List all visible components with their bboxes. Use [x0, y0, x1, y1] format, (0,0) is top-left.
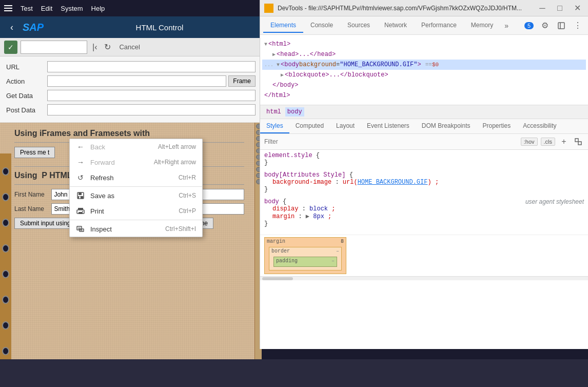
- url-row: URL: [6, 61, 256, 73]
- context-menu-back[interactable]: ← Back Alt+Left arrow: [70, 139, 202, 154]
- menu-system[interactable]: System: [61, 5, 83, 12]
- devtools-breadcrumb: html body: [260, 105, 588, 119]
- add-style-btn[interactable]: +: [558, 136, 570, 147]
- dom-arrow-html[interactable]: ▼: [264, 42, 267, 47]
- dom-line-head[interactable]: ▶ <head>...</head>: [262, 49, 586, 60]
- app-title: HTML Control: [64, 23, 256, 32]
- css-selector-element: element.style {: [264, 152, 584, 159]
- frame-button[interactable]: Frame: [228, 75, 256, 87]
- margin-expand-arrow[interactable]: ▶: [306, 213, 313, 220]
- css-close-body-attr: }: [264, 186, 584, 193]
- section1-title: Using iFrames and Framesets with: [14, 129, 244, 138]
- menu-edit[interactable]: Edit: [41, 5, 52, 12]
- dom-line-body-close[interactable]: </body>: [262, 80, 586, 90]
- styles-tab-styles[interactable]: Styles: [260, 119, 289, 133]
- refresh-btn[interactable]: ↻: [102, 41, 113, 53]
- styles-tab-dom-breakpoints[interactable]: DOM Breakpoints: [416, 119, 477, 133]
- inspect-style-btn[interactable]: [573, 136, 584, 147]
- tab-elements[interactable]: Elements: [263, 18, 303, 33]
- styles-tab-properties[interactable]: Properties: [477, 119, 517, 133]
- more-tabs-btn[interactable]: »: [500, 18, 513, 33]
- tab-console[interactable]: Console: [303, 18, 340, 33]
- devtools-titlebar: DevTools - file:///SAPHTMLPv//htmlviewer…: [260, 0, 588, 16]
- styles-tab-event-listeners[interactable]: Event Listeners: [361, 119, 416, 133]
- press-button[interactable]: Press me t: [14, 147, 55, 158]
- context-menu-divider1: [70, 186, 202, 187]
- more-options-btn[interactable]: ⋮: [571, 18, 585, 33]
- hov-button[interactable]: :hov: [521, 138, 538, 146]
- css-close-body-ua: }: [264, 220, 584, 227]
- devtools-minimize-btn[interactable]: ─: [536, 2, 549, 15]
- dom-dollar-sign: $0: [432, 62, 439, 68]
- devtools-tab-icons: ⚙ ⋮: [538, 18, 585, 33]
- print-icon: [76, 206, 85, 216]
- breadcrumb-body[interactable]: body: [285, 107, 304, 117]
- menu-help[interactable]: Help: [91, 5, 105, 12]
- context-menu-print[interactable]: Print Ctrl+P: [70, 203, 202, 219]
- css-selector-body-ua-row: body { user agent stylesheet: [264, 198, 584, 205]
- styles-tab-layout[interactable]: Layout: [330, 119, 361, 133]
- styles-tab-accessibility[interactable]: Accessibility: [517, 119, 562, 133]
- dom-line-html-close[interactable]: </html>: [262, 90, 586, 101]
- post-data-label: Post Data: [6, 106, 47, 114]
- svg-point-7: [82, 211, 83, 212]
- box-margin: margin 8 border – padding –: [264, 237, 346, 274]
- context-menu-saveas[interactable]: Save as Ctrl+S: [70, 188, 202, 203]
- sap-logo: SAP: [23, 22, 58, 33]
- breadcrumb-html[interactable]: html: [264, 107, 283, 117]
- css-bg-link[interactable]: HOME_BACKGROUND.GIF: [358, 179, 428, 186]
- action-label: Action: [6, 78, 47, 85]
- sap-logo-text: SAP: [23, 22, 44, 33]
- devtools-close-btn[interactable]: ✕: [571, 2, 584, 15]
- inspect-icon: [76, 224, 85, 234]
- css-close-element: }: [264, 159, 584, 166]
- post-data-field[interactable]: [47, 104, 256, 115]
- url-field[interactable]: [47, 61, 256, 72]
- svg-rect-6: [79, 212, 83, 214]
- cls-button[interactable]: .cls: [541, 138, 556, 146]
- filter-input[interactable]: [264, 138, 518, 145]
- tab-performance[interactable]: Performance: [414, 18, 464, 33]
- dom-line-html[interactable]: ▼ <html>: [262, 39, 586, 49]
- tab-network[interactable]: Network: [377, 18, 414, 33]
- action-field[interactable]: [47, 75, 226, 87]
- back-button[interactable]: ‹: [6, 20, 17, 35]
- devtools-maximize-btn[interactable]: □: [553, 2, 566, 15]
- svg-rect-3: [79, 197, 81, 199]
- save-icon: [76, 191, 85, 200]
- devtools-hscroll[interactable]: [260, 276, 588, 280]
- tab-memory[interactable]: Memory: [464, 18, 500, 33]
- dom-line-body[interactable]: ... ▼ <body background = "HOME_BACKGROUN…: [262, 60, 586, 70]
- hamburger-menu[interactable]: [4, 5, 12, 11]
- check-button[interactable]: ✓: [4, 41, 17, 54]
- svg-rect-17: [575, 139, 578, 142]
- styles-tabs: Styles Computed Layout Event Listeners D…: [260, 119, 588, 134]
- dock-btn[interactable]: [554, 18, 569, 33]
- badge-count: 5: [524, 22, 534, 29]
- settings-btn[interactable]: ⚙: [538, 18, 552, 33]
- devtools-title: DevTools - file:///SAPHTMLPv//htmlviewer…: [278, 5, 532, 12]
- get-data-field[interactable]: [47, 90, 256, 101]
- first-btn[interactable]: |‹: [90, 42, 99, 53]
- menu-test[interactable]: Test: [21, 5, 33, 12]
- action-row: Action Frame: [6, 75, 256, 87]
- context-menu-refresh[interactable]: ↺ Refresh Ctrl+R: [70, 170, 202, 185]
- refresh-label: Refresh: [90, 174, 173, 182]
- padding-label: padding: [276, 258, 298, 264]
- sap-menubar: Test Edit System Help: [0, 0, 262, 16]
- context-menu-inspect[interactable]: Inspect Ctrl+Shift+I: [70, 221, 202, 237]
- back-label: Back: [90, 143, 153, 151]
- context-menu-forward[interactable]: → Forward Alt+Right arrow: [70, 154, 202, 170]
- url-input-toolbar[interactable]: [21, 41, 87, 54]
- styles-tab-computed[interactable]: Computed: [289, 119, 330, 133]
- css-selector-body-attr: body[Attributes Style] {: [264, 171, 584, 179]
- inspect-shortcut: Ctrl+Shift+I: [165, 225, 196, 233]
- margin-value: 8: [341, 239, 344, 244]
- print-shortcut: Ctrl+P: [179, 207, 196, 215]
- tab-sources[interactable]: Sources: [340, 18, 377, 33]
- dom-arrow-body[interactable]: ▼: [277, 62, 280, 68]
- dom-arrow-head[interactable]: ▶: [272, 51, 276, 57]
- dom-arrow-blockquote[interactable]: ▶: [281, 72, 284, 78]
- cancel-button[interactable]: Cancel: [116, 42, 143, 52]
- dom-line-blockquote[interactable]: ▶ <blockquote>...</blockquote>: [262, 70, 586, 80]
